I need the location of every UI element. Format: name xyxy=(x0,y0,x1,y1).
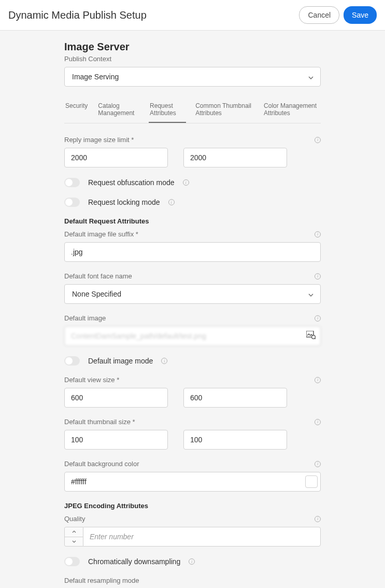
info-icon[interactable]: i xyxy=(315,516,321,522)
obfuscation-row: Request obfuscation mode i xyxy=(64,178,321,187)
tab-request-attributes[interactable]: Request Attributes xyxy=(149,97,186,123)
page-title: Dynamic Media Publish Setup xyxy=(8,9,147,21)
jpeg-header: JPEG Encoding Attributes xyxy=(64,502,321,510)
info-icon[interactable]: i xyxy=(315,377,321,383)
info-icon[interactable]: i xyxy=(315,273,321,279)
downsample-toggle[interactable] xyxy=(64,557,80,566)
quality-input[interactable] xyxy=(83,527,321,547)
quality-row: Quality i xyxy=(64,515,321,547)
downsample-label: Chromatically downsampling xyxy=(88,557,180,566)
default-request-header: Default Request Attributes xyxy=(64,217,321,225)
thumb-width-input[interactable] xyxy=(64,430,168,450)
quality-stepper xyxy=(64,527,83,547)
svg-line-2 xyxy=(315,339,316,340)
color-swatch[interactable] xyxy=(305,475,318,488)
publish-context-value: Image Serving xyxy=(64,67,321,87)
page-header: Dynamic Media Publish Setup Cancel Save xyxy=(0,0,385,31)
info-icon[interactable]: i xyxy=(315,461,321,467)
obfuscation-toggle[interactable] xyxy=(64,178,80,187)
info-icon[interactable]: i xyxy=(189,558,195,565)
image-mode-toggle[interactable] xyxy=(64,356,80,366)
publish-context-select[interactable]: Image Serving xyxy=(64,67,321,87)
suffix-label: Default image file suffix * xyxy=(64,230,138,238)
locking-toggle[interactable] xyxy=(64,198,80,207)
resample-row: Default resampling mode Tri-linear(depre… xyxy=(64,577,321,588)
browse-image-icon[interactable] xyxy=(306,331,316,341)
default-image-label: Default image xyxy=(64,314,106,322)
save-button[interactable]: Save xyxy=(344,6,377,24)
reply-size-label: Reply image size limit * xyxy=(64,136,134,144)
default-image-row: Default image i xyxy=(64,314,321,346)
info-icon[interactable]: i xyxy=(168,199,175,205)
info-icon[interactable]: i xyxy=(183,179,189,186)
view-size-row: Default view size * i xyxy=(64,376,321,408)
info-icon[interactable]: i xyxy=(315,315,321,321)
tab-bar: Security Catalog Management Request Attr… xyxy=(64,97,321,123)
reply-width-input[interactable] xyxy=(64,148,168,167)
reply-size-row: Reply image size limit * i xyxy=(64,136,321,167)
font-label: Default font face name xyxy=(64,272,132,280)
stepper-up-button[interactable] xyxy=(65,527,83,537)
resample-label: Default resampling mode xyxy=(64,577,139,584)
default-image-input[interactable] xyxy=(64,326,321,346)
bg-color-row: Default background color i xyxy=(64,460,321,492)
bg-color-input[interactable] xyxy=(64,472,321,492)
locking-label: Request locking mode xyxy=(88,198,160,206)
obfuscation-label: Request obfuscation mode xyxy=(88,178,175,187)
suffix-row: Default image file suffix * i xyxy=(64,230,321,262)
info-icon[interactable]: i xyxy=(315,137,321,143)
image-mode-row: Default image mode i xyxy=(64,356,321,366)
image-mode-label: Default image mode xyxy=(88,357,153,365)
info-icon[interactable]: i xyxy=(315,231,321,237)
font-value: None Specified xyxy=(64,284,321,304)
font-select[interactable]: None Specified xyxy=(64,284,321,304)
tab-common-thumbnail[interactable]: Common Thumbnail Attributes xyxy=(194,97,254,123)
content-area: Image Server Publish Context Image Servi… xyxy=(0,31,385,588)
cancel-button[interactable]: Cancel xyxy=(299,6,339,24)
header-actions: Cancel Save xyxy=(299,6,377,24)
view-size-label: Default view size * xyxy=(64,376,119,384)
tab-catalog-management[interactable]: Catalog Management xyxy=(97,97,140,123)
locking-row: Request locking mode i xyxy=(64,198,321,207)
tab-color-management[interactable]: Color Management Attributes xyxy=(263,97,321,123)
downsample-row: Chromatically downsampling i xyxy=(64,557,321,566)
bg-color-label: Default background color xyxy=(64,460,139,468)
view-height-input[interactable] xyxy=(183,388,287,408)
info-icon[interactable]: i xyxy=(315,419,321,425)
font-row: Default font face name i None Specified xyxy=(64,272,321,304)
publish-context-label: Publish Context xyxy=(64,55,321,63)
stepper-down-button[interactable] xyxy=(65,537,83,547)
info-icon[interactable]: i xyxy=(161,358,167,364)
thumb-size-label: Default thumbnail size * xyxy=(64,418,135,426)
svg-point-1 xyxy=(312,335,316,339)
reply-height-input[interactable] xyxy=(183,148,287,167)
view-width-input[interactable] xyxy=(64,388,168,408)
quality-label: Quality xyxy=(64,515,85,523)
suffix-input[interactable] xyxy=(64,242,321,262)
thumb-height-input[interactable] xyxy=(183,430,287,450)
tab-security[interactable]: Security xyxy=(64,97,89,123)
section-title: Image Server xyxy=(64,41,321,53)
thumb-size-row: Default thumbnail size * i xyxy=(64,418,321,450)
